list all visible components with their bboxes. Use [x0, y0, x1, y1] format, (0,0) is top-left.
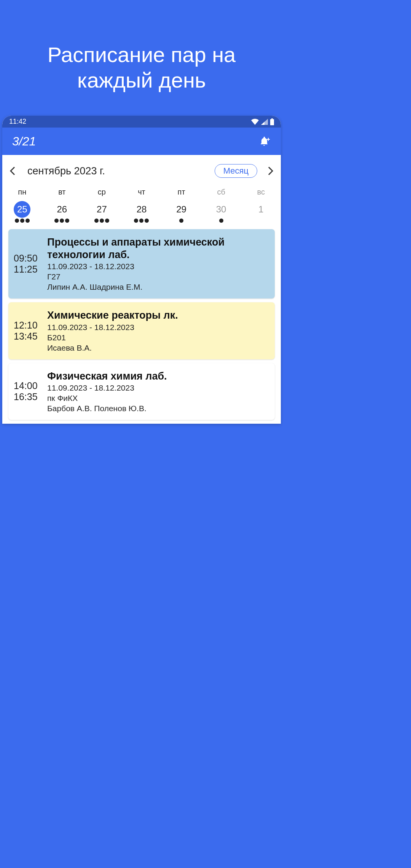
weekday-label: пн — [2, 188, 42, 196]
event-dot — [139, 219, 143, 223]
svg-rect-3 — [267, 139, 270, 140]
day-number: 1 — [253, 201, 269, 218]
lesson-card[interactable]: 14:0016:35Физическая химия лаб.11.09.202… — [8, 363, 275, 420]
lesson-start: 12:10 — [14, 320, 43, 331]
lesson-info: Химические реакторы лк.11.09.2023 - 18.1… — [47, 309, 269, 352]
lesson-card[interactable]: 09:5011:25Процессы и аппараты химической… — [8, 229, 275, 298]
calendar-header: сентябрь 2023 г. Месяц — [2, 155, 281, 184]
weekday-label: сб — [201, 188, 241, 196]
event-dot — [20, 219, 24, 223]
lesson-card[interactable]: 12:1013:45Химические реакторы лк.11.09.2… — [8, 302, 275, 359]
day-cell[interactable]: 26 — [42, 201, 82, 223]
weekday-label: вс — [241, 188, 281, 196]
lesson-time: 14:0016:35 — [14, 370, 43, 413]
svg-rect-1 — [270, 119, 274, 125]
app-bar-title: 3/21 — [12, 134, 36, 148]
status-time: 11:42 — [9, 118, 26, 126]
day-cell[interactable]: 30 — [201, 201, 241, 223]
view-toggle-button[interactable]: Месяц — [215, 164, 257, 178]
lesson-title: Физическая химия лаб. — [47, 370, 269, 382]
lesson-time: 12:1013:45 — [14, 309, 43, 352]
lesson-start: 09:50 — [14, 253, 43, 264]
event-dots — [15, 219, 30, 223]
day-number: 28 — [133, 201, 150, 218]
lesson-end: 13:45 — [14, 331, 43, 342]
lesson-time: 09:5011:25 — [14, 236, 43, 292]
event-dot — [15, 219, 19, 223]
signal-icon — [261, 119, 268, 125]
lesson-dates: 11.09.2023 - 18.12.2023 — [47, 383, 269, 393]
lesson-room: пк ФиКХ — [47, 394, 269, 403]
event-dot — [145, 219, 149, 223]
event-dot — [25, 219, 30, 223]
add-alarm-icon[interactable] — [259, 136, 271, 147]
event-dot — [134, 219, 138, 223]
day-cell[interactable]: 29 — [161, 201, 201, 223]
event-dots — [54, 219, 69, 223]
lesson-room: Б201 — [47, 333, 269, 342]
day-cell[interactable]: 1 — [241, 201, 281, 223]
promo-title: Расписание пар на каждый день — [0, 0, 283, 116]
month-label[interactable]: сентябрь 2023 г. — [27, 165, 210, 177]
lesson-teachers: Липин А.А. Шадрина Е.М. — [47, 282, 269, 292]
day-number: 29 — [173, 201, 190, 218]
lesson-title: Процессы и аппараты химической технологи… — [47, 236, 269, 261]
lesson-end: 16:35 — [14, 391, 43, 402]
day-cell[interactable]: 25 — [2, 201, 42, 223]
event-dot — [60, 219, 64, 223]
status-bar: 11:42 — [2, 116, 281, 128]
app-bar: 3/21 — [2, 128, 281, 155]
days-row: 2526272829301 — [2, 196, 281, 225]
event-dot — [54, 219, 59, 223]
day-cell[interactable]: 27 — [82, 201, 122, 223]
event-dots — [94, 219, 109, 223]
lesson-room: Г27 — [47, 272, 269, 281]
chevron-right-icon[interactable] — [267, 166, 273, 176]
svg-rect-0 — [271, 118, 273, 119]
lesson-end: 11:25 — [14, 264, 43, 275]
weekday-label: чт — [122, 188, 162, 196]
day-cell[interactable]: 28 — [122, 201, 162, 223]
day-number: 30 — [213, 201, 229, 218]
weekday-label: ср — [82, 188, 122, 196]
status-right — [251, 118, 274, 125]
lessons-container: 09:5011:25Процессы и аппараты химической… — [2, 229, 281, 420]
event-dot — [94, 219, 99, 223]
event-dot — [100, 219, 104, 223]
day-number: 25 — [14, 201, 30, 218]
day-number: 26 — [54, 201, 70, 218]
lesson-dates: 11.09.2023 - 18.12.2023 — [47, 262, 269, 271]
event-dot — [65, 219, 69, 223]
lesson-info: Физическая химия лаб.11.09.2023 - 18.12.… — [47, 370, 269, 413]
event-dots — [179, 219, 183, 223]
event-dot — [179, 219, 183, 223]
battery-icon — [270, 118, 274, 125]
lesson-title: Химические реакторы лк. — [47, 309, 269, 321]
weekday-label: пт — [161, 188, 201, 196]
lesson-info: Процессы и аппараты химической технологи… — [47, 236, 269, 292]
event-dot — [219, 219, 223, 223]
device-frame: 11:42 3/21 сентябрь 2023 г. Месяц пнвтср… — [2, 116, 281, 424]
weekday-label: вт — [42, 188, 82, 196]
weekdays-row: пнвтсрчтптсбвс — [2, 184, 281, 196]
lesson-start: 14:00 — [14, 380, 43, 391]
event-dots — [134, 219, 149, 223]
content-area: сентябрь 2023 г. Месяц пнвтсрчтптсбвс 25… — [2, 155, 281, 420]
wifi-icon — [251, 119, 259, 125]
event-dot — [105, 219, 109, 223]
lesson-teachers: Барбов А.В. Поленов Ю.В. — [47, 404, 269, 413]
lesson-teachers: Исаева В.А. — [47, 343, 269, 353]
lesson-dates: 11.09.2023 - 18.12.2023 — [47, 323, 269, 332]
day-number: 27 — [93, 201, 110, 218]
chevron-left-icon[interactable] — [10, 166, 16, 176]
event-dots — [219, 219, 223, 223]
